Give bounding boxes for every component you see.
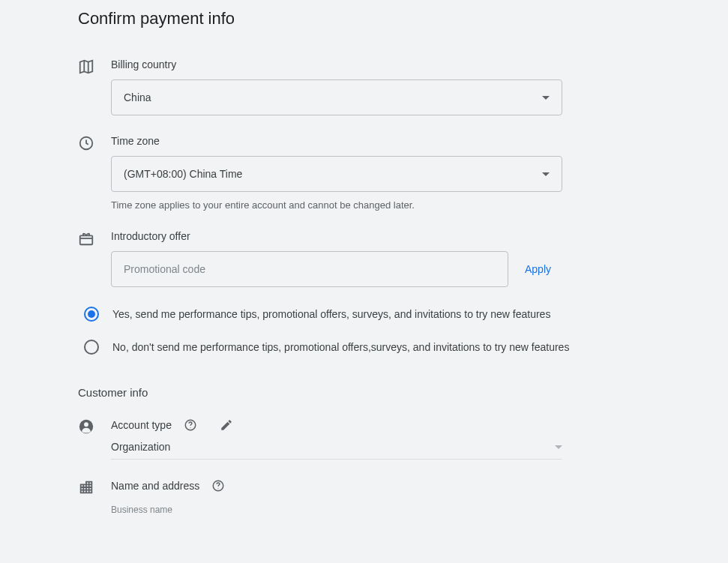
chevron-down-icon bbox=[555, 445, 562, 449]
radio-selected-icon bbox=[84, 307, 99, 322]
billing-country-label: Billing country bbox=[111, 58, 645, 70]
account-type-label-row: Account type bbox=[111, 418, 645, 432]
page-title: Confirm payment info bbox=[78, 9, 645, 28]
billing-country-value: China bbox=[124, 91, 151, 103]
svg-point-7 bbox=[218, 488, 219, 489]
person-icon bbox=[78, 418, 111, 435]
business-name-label: Business name bbox=[111, 505, 645, 515]
time-zone-row: Time zone (GMT+08:00) China Time Time zo… bbox=[78, 135, 645, 211]
svg-point-3 bbox=[84, 422, 88, 427]
marketing-opt-no[interactable]: No, don't send me performance tips, prom… bbox=[84, 340, 645, 355]
time-zone-value: (GMT+08:00) China Time bbox=[124, 168, 242, 180]
billing-country-row: Billing country China bbox=[78, 58, 645, 115]
promotional-code-input[interactable] bbox=[111, 251, 508, 287]
map-icon bbox=[78, 58, 111, 75]
clock-icon bbox=[78, 135, 111, 151]
time-zone-select[interactable]: (GMT+08:00) China Time bbox=[111, 156, 562, 192]
svg-rect-1 bbox=[80, 235, 93, 244]
marketing-opt-yes[interactable]: Yes, send me performance tips, promotion… bbox=[84, 307, 645, 322]
marketing-opt-no-label: No, don't send me performance tips, prom… bbox=[112, 340, 569, 355]
account-type-row: Account type Organization bbox=[78, 418, 645, 460]
account-type-select[interactable]: Organization bbox=[111, 441, 562, 460]
chevron-down-icon bbox=[542, 172, 550, 176]
introductory-offer-row: Introductory offer Apply bbox=[78, 230, 645, 287]
name-and-address-label: Name and address bbox=[111, 480, 199, 492]
billing-country-select[interactable]: China bbox=[111, 79, 562, 115]
building-icon bbox=[78, 479, 111, 496]
time-zone-hint: Time zone applies to your entire account… bbox=[111, 199, 645, 211]
radio-unselected-icon bbox=[84, 340, 99, 355]
svg-point-5 bbox=[190, 427, 190, 428]
apply-button[interactable]: Apply bbox=[522, 257, 554, 281]
help-icon[interactable] bbox=[211, 479, 225, 493]
time-zone-label: Time zone bbox=[111, 135, 645, 147]
marketing-opt-yes-label: Yes, send me performance tips, promotion… bbox=[112, 307, 550, 322]
gift-card-icon bbox=[78, 230, 111, 247]
account-type-value: Organization bbox=[111, 441, 170, 453]
help-icon[interactable] bbox=[184, 418, 197, 432]
customer-info-heading: Customer info bbox=[78, 386, 645, 399]
introductory-offer-label: Introductory offer bbox=[111, 230, 645, 242]
account-type-label: Account type bbox=[111, 419, 172, 431]
name-and-address-label-row: Name and address bbox=[111, 479, 645, 493]
marketing-opt-group: Yes, send me performance tips, promotion… bbox=[84, 307, 645, 355]
edit-icon[interactable] bbox=[220, 418, 233, 432]
chevron-down-icon bbox=[542, 96, 550, 100]
name-and-address-row: Name and address Business name bbox=[78, 479, 645, 515]
